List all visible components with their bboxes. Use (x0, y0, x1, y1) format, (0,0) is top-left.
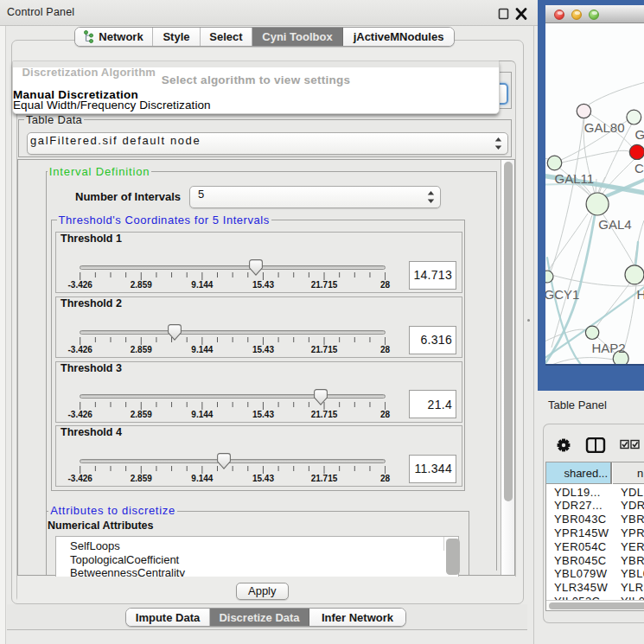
svg-text:GAL80: GAL80 (584, 120, 625, 135)
svg-text:HAP2: HAP2 (592, 341, 626, 355)
svg-text:GA: GA (635, 127, 644, 142)
svg-text:H: H (637, 287, 644, 302)
svg-text:C: C (634, 161, 644, 175)
svg-text:GCY1: GCY1 (545, 287, 579, 302)
svg-text:GAL4: GAL4 (598, 217, 631, 232)
svg-text:GAL11: GAL11 (555, 171, 595, 186)
